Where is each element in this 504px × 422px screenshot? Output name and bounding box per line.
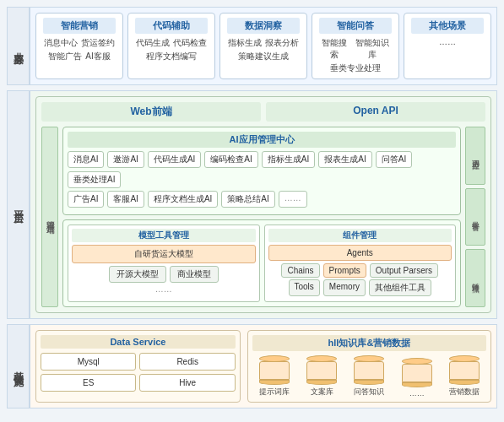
biz-module-qa-items: 智能搜索 智能知识库 垂类专业处理: [319, 37, 392, 74]
cylinder-label: 问答知识: [354, 387, 384, 398]
ai-item-docgen: 程序文档生成AI: [148, 191, 218, 208]
ai-item-ad: 广告AI: [68, 191, 104, 208]
biz-module-data-items: 指标生成 报表分析 策略建议生成: [227, 37, 300, 62]
ai-item-report: 报表生成AI: [318, 151, 371, 168]
model-mgmt-title: 模型工具管理: [72, 229, 256, 242]
mgmt-content: AI应用管理中心 消息AI 遨游AI 代码生成AI 编码检查AI 指标生成AI …: [62, 127, 461, 307]
cylinder-bottom: [354, 380, 384, 385]
biz-module-other: 其他场景 ……: [404, 13, 491, 79]
biz-item-row: 智能广告 AI客服: [48, 51, 110, 62]
side-label-monitor: 调用监控: [465, 127, 485, 185]
biz-module-code-title: 代码辅助: [135, 18, 208, 34]
biz-module-data: 数据洞察 指标生成 报表分析 策略建议生成: [219, 13, 307, 79]
biz-item: 消息中心: [44, 37, 78, 49]
platform-inner: Web前端 Open API 管理平台后端 AI应用管理中心 消: [35, 96, 491, 313]
biz-item-row: 消息中心 货运签约: [44, 37, 115, 49]
cylinder-label: 营销数据: [449, 387, 480, 398]
biz-item: 报表分析: [265, 37, 299, 49]
ai-items-row1: 消息AI 遨游AI 代码生成AI 编码检查AI 指标生成AI 报表生成AI 问答…: [68, 151, 456, 188]
cylinder-label: 提示词库: [259, 387, 290, 398]
cylinder-label: ……: [409, 389, 425, 398]
ai-item-cs: 客服AI: [107, 191, 144, 208]
ai-item-strategy: 策略总结AI: [221, 191, 274, 208]
biz-item-row: 策略建议生成: [238, 51, 289, 62]
biz-item: ……: [439, 37, 456, 46]
cylinder-bottom: [402, 382, 432, 387]
knowledge-cylinders: 提示词库 文案库 问答知识: [252, 355, 486, 398]
mgmt-body: 模型工具管理 自研货运大模型 开源大模型 商业模型 ……: [68, 225, 456, 302]
ai-item-msg: 消息AI: [68, 151, 104, 168]
biz-module-marketing-title: 智能营销: [43, 18, 116, 34]
ai-item-qa: 问答AI: [376, 151, 412, 168]
biz-module-qa-title: 智能问答: [319, 18, 392, 34]
cylinder-bottom: [259, 380, 290, 385]
ai-item-codeche: 编码检查AI: [204, 151, 257, 168]
side-label-alert: 异常告警: [465, 188, 485, 246]
model-opensource: 开源大模型: [109, 266, 166, 283]
model-component-mgmt: 模型工具管理 自研货运大模型 开源大模型 商业模型 ……: [62, 219, 461, 307]
side-label-trace: 链路埋点: [465, 249, 485, 307]
biz-item: 垂类专业处理: [330, 62, 381, 74]
platform-layer-content: Web前端 Open API 管理平台后端 AI应用管理中心 消: [30, 90, 497, 319]
biz-item: 智能搜索: [319, 37, 350, 61]
component-management: 组件管理 Agents Chains Prompts Output Parser…: [264, 225, 457, 302]
comp-row1: Chains Prompts Output Parsers: [268, 263, 453, 278]
biz-item-row: ……: [439, 37, 456, 46]
biz-item: 代码生成: [136, 37, 170, 49]
biz-item-row: 智能搜索 智能知识库: [319, 37, 392, 61]
platform-web-frontend: Web前端: [41, 102, 261, 122]
data-service-items: Mysql Redis ES Hive: [41, 353, 236, 392]
infra-item-es: ES: [41, 374, 136, 392]
infrastructure-inner: Data Service Mysql Redis ES Hive hll知识库&…: [35, 330, 491, 403]
ai-item-metric: 指标生成AI: [262, 151, 315, 168]
platform-layer-label: 平台层: [7, 90, 30, 319]
platform-side-labels: 调用监控 异常告警 链路埋点: [465, 127, 485, 307]
business-layer: 业务层 智能营销 消息中心 货运签约 智能广告 AI客服: [7, 7, 497, 85]
cylinder-copywriting: 文案库: [306, 355, 337, 398]
biz-item: 程序文档编写: [146, 51, 197, 62]
biz-item: 智能知识库: [353, 37, 392, 61]
cylinder-qa-knowledge: 问答知识: [354, 355, 384, 398]
data-service-section: Data Service Mysql Redis ES Hive: [35, 330, 241, 403]
business-modules: 智能营销 消息中心 货运签约 智能广告 AI客服 代码辅助: [35, 13, 491, 79]
cylinder-dots: ……: [402, 358, 432, 398]
biz-item: 智能广告: [48, 51, 82, 62]
ai-item-codegen: 代码生成AI: [148, 151, 201, 168]
data-service-title: Data Service: [41, 335, 236, 349]
ai-center-title: AI应用管理中心: [68, 132, 456, 148]
cylinder-body: [354, 361, 384, 380]
biz-module-qa: 智能问答 智能搜索 智能知识库 垂类专业处理: [312, 13, 399, 79]
comp-outputparsers: Output Parsers: [370, 263, 438, 278]
cylinder-body: [449, 361, 480, 380]
agents-highlighted: Agents: [268, 245, 453, 261]
model-management: 模型工具管理 自研货运大模型 开源大模型 商业模型 ……: [68, 225, 260, 302]
ai-item-dots: ……: [279, 191, 307, 208]
platform-header: Web前端 Open API: [41, 102, 485, 122]
model-dots: ……: [72, 284, 256, 294]
platform-open-api: Open API: [266, 102, 485, 122]
cylinder-bottom: [449, 380, 480, 385]
infrastructure-layer: 基础设施 Data Service Mysql Redis ES Hive hl…: [7, 324, 497, 408]
model-commercial: 商业模型: [170, 266, 219, 283]
ai-item-tour: 遨游AI: [107, 151, 144, 168]
infrastructure-layer-label: 基础设施: [7, 324, 30, 408]
infra-item-redis: Redis: [139, 353, 235, 371]
cylinder-prompt: 提示词库: [259, 355, 290, 398]
biz-item: 代码检查: [173, 37, 207, 49]
biz-module-code-items: 代码生成 代码检查 程序文档编写: [135, 37, 208, 62]
biz-item-row: 指标生成 报表分析: [228, 37, 299, 49]
biz-module-marketing: 智能营销 消息中心 货运签约 智能广告 AI客服: [35, 13, 123, 79]
cylinder-label: 文案库: [311, 387, 333, 398]
management-platform-wrapper: 管理平台后端 AI应用管理中心 消息AI 遨游AI 代码生成AI 编码检查AI: [41, 127, 461, 307]
comp-tools: Tools: [289, 279, 320, 296]
comp-other: 其他组件工具: [369, 279, 431, 296]
biz-item-row: 垂类专业处理: [330, 62, 381, 74]
comp-memory: Memory: [323, 279, 366, 296]
cylinder-body: [259, 361, 290, 380]
comp-mgmt-title: 组件管理: [268, 229, 453, 242]
biz-module-marketing-items: 消息中心 货运签约 智能广告 AI客服: [43, 37, 116, 62]
infra-item-mysql: Mysql: [41, 353, 136, 371]
ai-item-vertical: 垂类处理AI: [68, 171, 121, 188]
cylinder-body: [402, 364, 432, 382]
ai-items-row2: 广告AI 客服AI 程序文档生成AI 策略总结AI ……: [68, 191, 456, 208]
